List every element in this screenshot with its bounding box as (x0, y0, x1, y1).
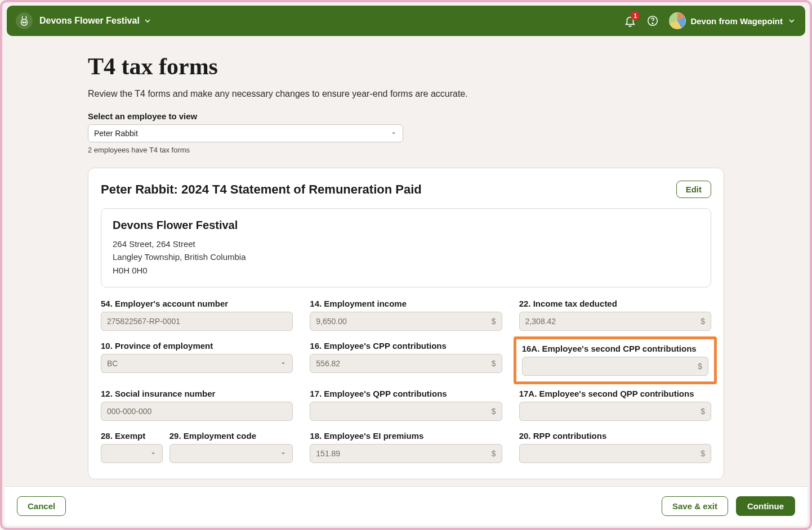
caret-down-icon (390, 130, 397, 137)
field-28-select[interactable] (101, 444, 163, 463)
employee-select[interactable]: Peter Rabbit (88, 124, 403, 142)
employee-select-value: Peter Rabbit (94, 129, 138, 138)
field-17: 17. Employee's QPP contributions $ (310, 389, 502, 421)
page-subtitle: Review the T4 forms and make any necessa… (88, 89, 724, 99)
field-22-label: 22. Income tax deducted (519, 299, 711, 308)
chevron-down-icon (143, 16, 152, 25)
currency-suffix: $ (701, 449, 705, 458)
app-logo[interactable] (16, 12, 33, 29)
svg-point-1 (23, 22, 24, 23)
field-18-value: 151.89 (316, 449, 340, 458)
field-12: 12. Social insurance number 000-000-000 (101, 389, 293, 421)
page-scroll[interactable]: T4 tax forms Review the T4 forms and mak… (2, 39, 810, 528)
field-10-select[interactable]: BC (101, 354, 293, 373)
field-16a-highlight: 16A. Employee's second CPP contributions… (514, 336, 717, 384)
company-name: Devons Flower Festival (39, 16, 140, 26)
field-54: 54. Employer's account number 275822567-… (101, 299, 293, 331)
t4-fields-grid: 54. Employer's account number 275822567-… (101, 299, 711, 479)
field-14-input[interactable]: 9,650.00 $ (310, 312, 502, 331)
address-company: Devons Flower Festival (113, 219, 699, 232)
field-12-value: 000-000-000 (107, 407, 151, 416)
currency-suffix: $ (492, 359, 496, 368)
field-20-label: 20. RPP contributions (519, 431, 711, 441)
field-16a: 16A. Employee's second CPP contributions… (519, 341, 711, 379)
field-17a-label: 17A. Employee's second QPP contributions (519, 389, 711, 398)
save-exit-button[interactable]: Save & exit (662, 496, 728, 516)
field-29-label: 29. Employment code (169, 431, 293, 441)
svg-point-0 (21, 19, 28, 25)
topbar-left: Devons Flower Festival (16, 12, 152, 29)
field-22-input[interactable]: 2,308.42 $ (519, 312, 711, 331)
user-menu[interactable]: Devon from Wagepoint (669, 12, 796, 29)
currency-suffix: $ (698, 362, 702, 371)
field-54-label: 54. Employer's account number (101, 299, 293, 308)
card-header: Peter Rabbit: 2024 T4 Statement of Remun… (101, 181, 711, 198)
field-28-label: 28. Exempt (101, 431, 163, 441)
field-16-input[interactable]: 556.82 $ (310, 354, 502, 373)
cancel-button[interactable]: Cancel (17, 496, 66, 516)
company-address-box: Devons Flower Festival 264 Street, 264 S… (101, 208, 711, 288)
notification-badge: 1 (631, 11, 640, 20)
avatar (669, 12, 686, 29)
field-14-value: 9,650.00 (316, 317, 347, 326)
field-14-label: 14. Employment income (310, 299, 502, 308)
caret-down-icon (150, 450, 157, 457)
user-name: Devon from Wagepoint (690, 16, 783, 26)
field-17-label: 17. Employee's QPP contributions (310, 389, 502, 398)
field-12-input[interactable]: 000-000-000 (101, 402, 293, 421)
field-28-29: 28. Exempt 29. Employment code (101, 431, 293, 463)
edit-button[interactable]: Edit (676, 181, 711, 198)
logo-icon (18, 15, 30, 27)
svg-point-4 (653, 23, 653, 24)
chevron-down-icon (787, 16, 796, 25)
field-18: 18. Employee's EI premiums 151.89 $ (310, 431, 502, 463)
address-line-3: H0H 0H0 (113, 264, 699, 277)
svg-point-2 (25, 22, 26, 23)
field-22-value: 2,308.42 (525, 317, 556, 326)
field-20-input[interactable]: $ (519, 444, 711, 463)
field-16-label: 16. Employee's CPP contributions (310, 341, 502, 351)
field-20: 20. RPP contributions $ (519, 431, 711, 463)
field-16a-input[interactable]: $ (522, 357, 708, 376)
currency-suffix: $ (492, 407, 496, 416)
card-title: Peter Rabbit: 2024 T4 Statement of Remun… (101, 182, 422, 197)
field-14: 14. Employment income 9,650.00 $ (310, 299, 502, 331)
currency-suffix: $ (492, 317, 496, 326)
field-10-label: 10. Province of employment (101, 341, 293, 351)
field-16-value: 556.82 (316, 359, 340, 368)
address-line-2: Langley Township, British Columbia (113, 250, 699, 263)
company-switcher[interactable]: Devons Flower Festival (39, 16, 152, 26)
employee-hint: 2 employees have T4 tax forms (88, 146, 724, 154)
topbar-right: 1 Devon from Wagepoint (624, 12, 796, 29)
page-title: T4 tax forms (88, 53, 724, 80)
app-frame: Devons Flower Festival 1 Devon from Wage… (0, 0, 812, 530)
continue-button[interactable]: Continue (736, 496, 795, 516)
field-22: 22. Income tax deducted 2,308.42 $ (519, 299, 711, 331)
field-12-label: 12. Social insurance number (101, 389, 293, 398)
field-29-select[interactable] (169, 444, 293, 463)
field-17a: 17A. Employee's second QPP contributions… (519, 389, 711, 421)
field-10-value: BC (107, 359, 118, 368)
currency-suffix: $ (701, 407, 705, 416)
field-54-value: 275822567-RP-0001 (107, 317, 180, 326)
footer-right: Save & exit Continue (662, 496, 795, 516)
field-17-input[interactable]: $ (310, 402, 502, 421)
notifications-button[interactable]: 1 (624, 15, 636, 27)
address-line-1: 264 Street, 264 Street (113, 237, 699, 250)
page-inner: T4 tax forms Review the T4 forms and mak… (88, 53, 724, 479)
field-18-input[interactable]: 151.89 $ (310, 444, 502, 463)
field-16a-label: 16A. Employee's second CPP contributions (522, 344, 708, 353)
field-16: 16. Employee's CPP contributions 556.82 … (310, 341, 502, 379)
field-18-label: 18. Employee's EI premiums (310, 431, 502, 441)
help-icon (646, 15, 659, 27)
currency-suffix: $ (701, 317, 705, 326)
caret-down-icon (280, 360, 287, 367)
employee-select-label: Select an employee to view (88, 111, 724, 121)
help-button[interactable] (646, 15, 659, 27)
caret-down-icon (280, 450, 287, 457)
t4-card: Peter Rabbit: 2024 T4 Statement of Remun… (88, 168, 724, 479)
field-54-input[interactable]: 275822567-RP-0001 (101, 312, 293, 331)
field-17a-input[interactable]: $ (519, 402, 711, 421)
currency-suffix: $ (492, 449, 496, 458)
footer-bar: Cancel Save & exit Continue (5, 486, 807, 525)
